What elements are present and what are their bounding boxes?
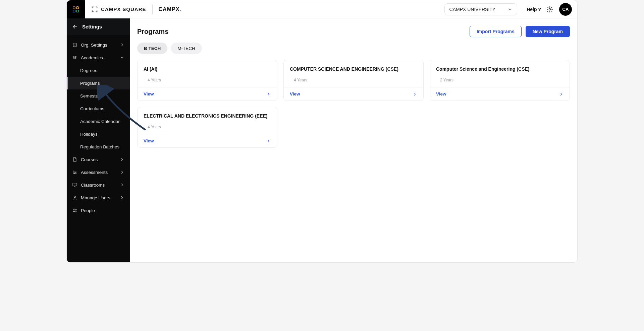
program-card-title: AI (AI) xyxy=(144,66,271,72)
sidebar-item-academics[interactable]: Academics xyxy=(67,51,130,64)
sidebar-subitem-label: Holidays xyxy=(80,132,98,137)
corners-icon xyxy=(91,6,98,13)
sidebar-subitem-label: Degrees xyxy=(80,68,97,73)
chevron-down-icon xyxy=(507,7,512,12)
svg-point-8 xyxy=(74,173,75,174)
brand-divider xyxy=(152,5,153,14)
program-card: AI (AI) 4 Years View xyxy=(137,60,277,101)
sidebar-subitem-degrees[interactable]: Degrees xyxy=(67,64,130,77)
sidebar-item-label: People xyxy=(81,208,95,213)
program-card-view[interactable]: View xyxy=(138,134,277,147)
sidebar-title: Settings xyxy=(82,24,102,29)
sidebar-subitem-label: Regulation Batches xyxy=(80,144,119,149)
svg-rect-2 xyxy=(73,10,75,12)
sidebar-subitem-label: Academic Calendar xyxy=(80,119,120,124)
sidebar-subitem-regulation-batches[interactable]: Regulation Batches xyxy=(67,140,130,153)
svg-rect-3 xyxy=(76,10,78,12)
program-card: Computer Science and Engineering (CSE) 2… xyxy=(430,60,570,101)
chevron-right-icon xyxy=(559,92,564,96)
sidebar: Settings Org. Settings Academics Degrees… xyxy=(67,18,130,262)
tab-m-tech[interactable]: M-TECH xyxy=(171,43,202,54)
chevron-right-icon xyxy=(120,43,124,47)
sidebar-item-label: Courses xyxy=(81,157,98,162)
sidebar-item-courses[interactable]: Courses xyxy=(67,153,130,166)
document-icon xyxy=(72,157,77,162)
avatar[interactable]: CA xyxy=(559,3,572,16)
user-icon xyxy=(72,195,77,200)
sidebar-back[interactable]: Settings xyxy=(67,18,130,35)
sidebar-subitem-academic-calendar[interactable]: Academic Calendar xyxy=(67,115,130,128)
chevron-right-icon xyxy=(266,139,271,143)
people-icon xyxy=(72,208,77,213)
sidebar-subitem-semesters[interactable]: Semesters xyxy=(67,89,130,102)
sidebar-item-manage-users[interactable]: Manage Users xyxy=(67,191,130,204)
svg-point-11 xyxy=(73,209,75,210)
chevron-right-icon xyxy=(120,183,124,187)
brand-area: CAMPX SQUARE CAMPX. xyxy=(85,5,181,14)
chevron-right-icon xyxy=(120,195,124,200)
program-card-view[interactable]: View xyxy=(138,87,277,101)
sidebar-subitem-programs[interactable]: Programs xyxy=(67,77,130,89)
svg-rect-1 xyxy=(76,6,78,8)
org-select[interactable]: CAMPX UNIVERSITY xyxy=(444,3,518,15)
grid-four-icon xyxy=(72,6,79,13)
sidebar-item-assessments[interactable]: Assessments xyxy=(67,166,130,179)
view-label: View xyxy=(144,138,154,143)
chevron-right-icon xyxy=(413,92,417,96)
svg-point-7 xyxy=(75,172,76,173)
sidebar-item-people[interactable]: People xyxy=(67,204,130,217)
help-link[interactable]: Help ? xyxy=(527,7,541,12)
chevron-right-icon xyxy=(266,92,271,96)
app-launcher-icon[interactable] xyxy=(67,0,85,18)
sliders-icon xyxy=(72,170,77,175)
gear-icon[interactable] xyxy=(546,6,553,13)
program-card-view[interactable]: View xyxy=(430,87,570,101)
brand-left-text: CAMPX SQUARE xyxy=(101,6,146,12)
sidebar-subitem-label: Curriculums xyxy=(80,106,104,111)
svg-rect-9 xyxy=(73,183,77,186)
sidebar-subitem-holidays[interactable]: Holidays xyxy=(67,128,130,140)
sidebar-item-label: Classrooms xyxy=(81,183,105,188)
tab-b-tech[interactable]: B TECH xyxy=(137,43,167,54)
topbar: CAMPX SQUARE CAMPX. CAMPX UNIVERSITY Hel… xyxy=(67,0,577,18)
view-label: View xyxy=(290,91,300,96)
svg-point-12 xyxy=(75,209,76,210)
svg-point-4 xyxy=(549,8,551,10)
view-label: View xyxy=(144,91,154,96)
program-card: ELECTRICAL AND ELECTRONICS ENGINEERING (… xyxy=(137,107,277,148)
sidebar-item-org-settings[interactable]: Org. Settings xyxy=(67,39,130,51)
building-icon xyxy=(72,42,77,48)
sidebar-item-label: Manage Users xyxy=(81,195,110,200)
new-program-button[interactable]: New Program xyxy=(526,26,570,37)
org-select-value: CAMPX UNIVERSITY xyxy=(449,7,496,12)
program-card-view[interactable]: View xyxy=(284,87,423,101)
sidebar-item-label: Assessments xyxy=(81,170,108,175)
page-title: Programs xyxy=(137,28,168,36)
svg-point-6 xyxy=(73,171,74,172)
program-card-title: ELECTRICAL AND ELECTRONICS ENGINEERING (… xyxy=(144,113,271,119)
sidebar-subitem-label: Semesters xyxy=(80,93,102,98)
sidebar-item-classrooms[interactable]: Classrooms xyxy=(67,179,130,191)
view-label: View xyxy=(436,91,446,96)
svg-rect-0 xyxy=(73,6,75,8)
program-card-duration: 4 Years xyxy=(144,78,271,82)
program-card-duration: 2 Years xyxy=(436,78,564,82)
monitor-icon xyxy=(72,182,77,188)
program-card-duration: 4 Years xyxy=(144,125,271,129)
program-card-duration: 4 Years xyxy=(290,78,417,82)
arrow-left-icon xyxy=(72,24,78,30)
chevron-down-icon xyxy=(120,55,124,60)
sidebar-item-label: Org. Settings xyxy=(81,43,107,48)
main-content: Programs Import Programs New Program B T… xyxy=(130,18,577,262)
svg-point-10 xyxy=(74,196,76,198)
sidebar-item-label: Academics xyxy=(81,55,103,60)
program-card: COMPUTER SCIENCE AND ENGINEERING (CSE) 4… xyxy=(283,60,424,101)
chevron-right-icon xyxy=(120,170,124,175)
svg-rect-5 xyxy=(73,43,76,47)
import-programs-button[interactable]: Import Programs xyxy=(470,26,522,37)
chevron-right-icon xyxy=(120,157,124,162)
program-card-title: COMPUTER SCIENCE AND ENGINEERING (CSE) xyxy=(290,66,417,72)
sidebar-subitem-curriculums[interactable]: Curriculums xyxy=(67,102,130,115)
graduation-icon xyxy=(72,55,77,60)
program-card-title: Computer Science and Engineering (CSE) xyxy=(436,66,564,72)
